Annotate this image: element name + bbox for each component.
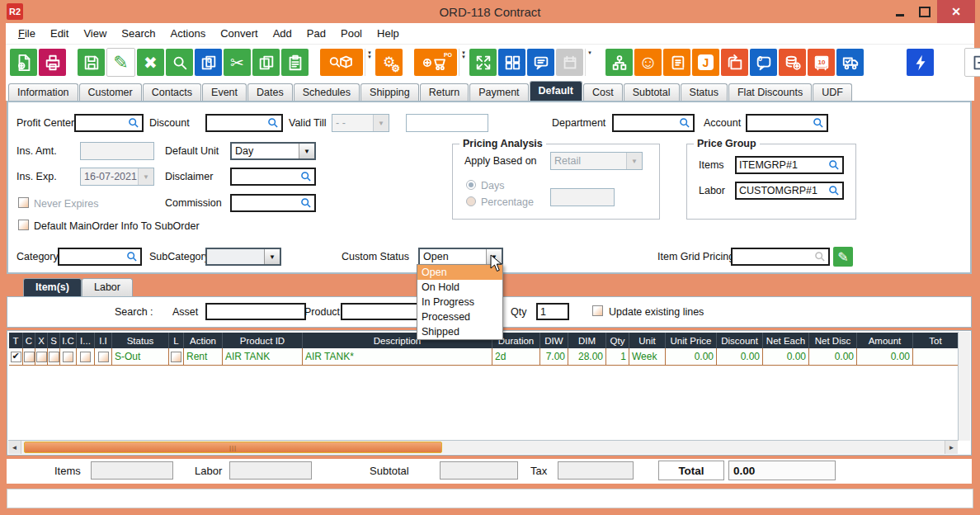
menu-pool[interactable]: Pool: [333, 27, 370, 40]
row-ii-checkbox[interactable]: [98, 352, 109, 362]
col-qty[interactable]: Qty: [606, 333, 629, 348]
row-unit[interactable]: Week: [629, 348, 666, 366]
row-description[interactable]: AIR TANK*: [303, 348, 492, 366]
row-unit-price[interactable]: 0.00: [666, 348, 717, 366]
default-mainorder-checkbox[interactable]: [18, 220, 29, 230]
row-x-checkbox[interactable]: [36, 352, 47, 362]
row-il-checkbox[interactable]: [80, 352, 91, 362]
price-group-labor-input[interactable]: CUSTOMGRP#1: [735, 182, 844, 200]
col-diw[interactable]: DIW: [540, 333, 568, 348]
row-duration[interactable]: 2d: [492, 348, 540, 366]
org-tree-button[interactable]: [605, 49, 633, 76]
category-input[interactable]: [58, 248, 142, 266]
row-tot[interactable]: [913, 348, 958, 366]
tab-customer[interactable]: Customer: [79, 83, 142, 101]
col-status[interactable]: Status: [112, 333, 169, 348]
row-amount[interactable]: 0.00: [857, 348, 913, 366]
search-icon[interactable]: [813, 117, 824, 129]
row-l-checkbox[interactable]: [171, 352, 181, 362]
row-c-checkbox[interactable]: [24, 352, 35, 362]
profit-center-input[interactable]: [74, 114, 144, 132]
add-payment-button[interactable]: [779, 49, 806, 76]
minimize-button[interactable]: [888, 0, 912, 23]
disclaimer-input[interactable]: [230, 168, 316, 186]
col-t[interactable]: T: [9, 333, 23, 348]
row-t-checkbox[interactable]: [11, 352, 21, 362]
tab-default[interactable]: Default: [530, 81, 582, 101]
row-action[interactable]: Rent: [184, 348, 223, 366]
comments-button[interactable]: 0: [750, 49, 777, 76]
tab-event[interactable]: Event: [202, 83, 247, 101]
valid-till-dropdown[interactable]: - -▼: [332, 114, 389, 132]
toolbar-overflow-button[interactable]: ▼▼: [365, 49, 374, 76]
col-amount[interactable]: Amount: [857, 333, 913, 348]
row-net-each[interactable]: 0.00: [763, 348, 809, 366]
search-icon[interactable]: [679, 117, 690, 129]
journal-button[interactable]: J: [692, 49, 719, 76]
save-button[interactable]: [78, 49, 105, 76]
return-order-button[interactable]: [721, 49, 748, 76]
scrollbar-thumb[interactable]: |||: [24, 442, 442, 453]
tab-items[interactable]: Item(s): [23, 278, 82, 296]
copy-count-button[interactable]: 0: [195, 49, 222, 76]
menu-add[interactable]: Add: [266, 27, 299, 40]
workflow-button[interactable]: [498, 49, 525, 76]
col-net-disc[interactable]: Net Disc: [809, 333, 857, 348]
menu-edit[interactable]: Edit: [43, 27, 76, 40]
contract-button[interactable]: [663, 49, 690, 76]
default-unit-dropdown[interactable]: Day▼: [230, 142, 316, 160]
col-c[interactable]: C: [23, 333, 35, 348]
commission-input[interactable]: [230, 194, 316, 212]
option-on-hold[interactable]: On Hold: [417, 280, 502, 295]
row-ic-checkbox[interactable]: [63, 352, 73, 362]
account-input[interactable]: [746, 114, 828, 132]
qty-input[interactable]: 1: [536, 303, 569, 320]
col-dim[interactable]: DIM: [568, 333, 606, 348]
item-search-button[interactable]: [320, 49, 363, 76]
col-il[interactable]: I...: [77, 333, 95, 348]
valid-till-time-input[interactable]: [406, 114, 488, 132]
search-icon[interactable]: [828, 185, 840, 196]
search-icon[interactable]: [126, 251, 138, 262]
discount-input[interactable]: [205, 114, 283, 132]
update-existing-lines-checkbox[interactable]: [592, 305, 603, 316]
col-s[interactable]: S: [48, 333, 60, 348]
menu-view[interactable]: View: [76, 27, 114, 40]
menu-pad[interactable]: Pad: [299, 27, 333, 40]
close-button[interactable]: ✕: [937, 0, 975, 23]
horizontal-scrollbar[interactable]: ◄ ||| ►: [8, 440, 958, 454]
menu-help[interactable]: Help: [370, 27, 407, 40]
quick-action-button[interactable]: [907, 49, 934, 76]
toolbar-overflow-button[interactable]: ▼: [585, 49, 594, 76]
toolbar-overflow-button[interactable]: ▼▼: [459, 49, 468, 76]
subcategory-dropdown[interactable]: ▼: [205, 248, 281, 266]
vertical-scrollbar[interactable]: [958, 332, 970, 441]
tab-dates[interactable]: Dates: [247, 83, 293, 101]
row-discount[interactable]: 0.00: [717, 348, 763, 366]
col-unit[interactable]: Unit: [629, 333, 666, 348]
col-unit-price[interactable]: Unit Price: [666, 333, 717, 348]
search-icon[interactable]: [300, 171, 312, 182]
delete-button[interactable]: ✖: [137, 49, 164, 76]
tab-flat-discounts[interactable]: Flat Discounts: [728, 83, 812, 101]
print-button[interactable]: [39, 49, 66, 76]
tab-status[interactable]: Status: [681, 83, 728, 101]
col-tot[interactable]: Tot: [913, 333, 958, 348]
expand-button[interactable]: [469, 49, 497, 76]
option-in-progress[interactable]: In Progress: [417, 295, 502, 309]
tab-information[interactable]: Information: [8, 83, 78, 101]
search-button[interactable]: [166, 49, 193, 76]
option-shipped[interactable]: Shipped: [417, 324, 502, 339]
scroll-right-arrow[interactable]: ►: [945, 441, 958, 454]
search-icon[interactable]: [828, 159, 840, 171]
process-button[interactable]: ⚙⚙: [375, 49, 403, 76]
option-processed[interactable]: Processed: [417, 309, 502, 324]
new-order-button[interactable]: [10, 49, 37, 76]
table-row[interactable]: S-Out Rent AIR TANK AIR TANK* 2d 7.00 28…: [9, 348, 958, 366]
tab-contacts[interactable]: Contacts: [143, 83, 201, 101]
tab-subtotal[interactable]: Subtotal: [624, 83, 680, 101]
customer-button[interactable]: ☺: [634, 49, 662, 76]
menu-file[interactable]: File: [11, 27, 43, 40]
col-x[interactable]: X: [35, 333, 48, 348]
row-net-disc[interactable]: 0.00: [809, 348, 857, 366]
